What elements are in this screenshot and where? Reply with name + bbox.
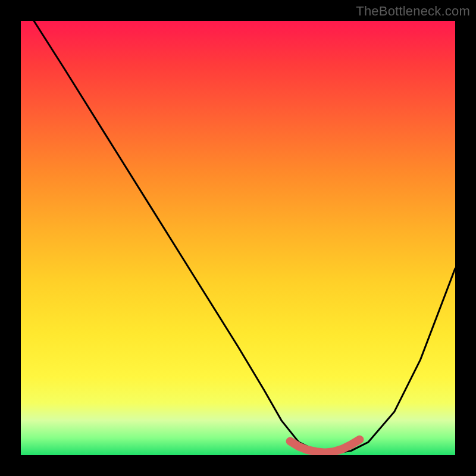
plot-area (21, 21, 455, 455)
bottleneck-curve-path (34, 21, 455, 453)
watermark-text: TheBottleneck.com (356, 4, 470, 19)
chart-svg (21, 21, 455, 455)
chart-frame: TheBottleneck.com (0, 0, 476, 476)
